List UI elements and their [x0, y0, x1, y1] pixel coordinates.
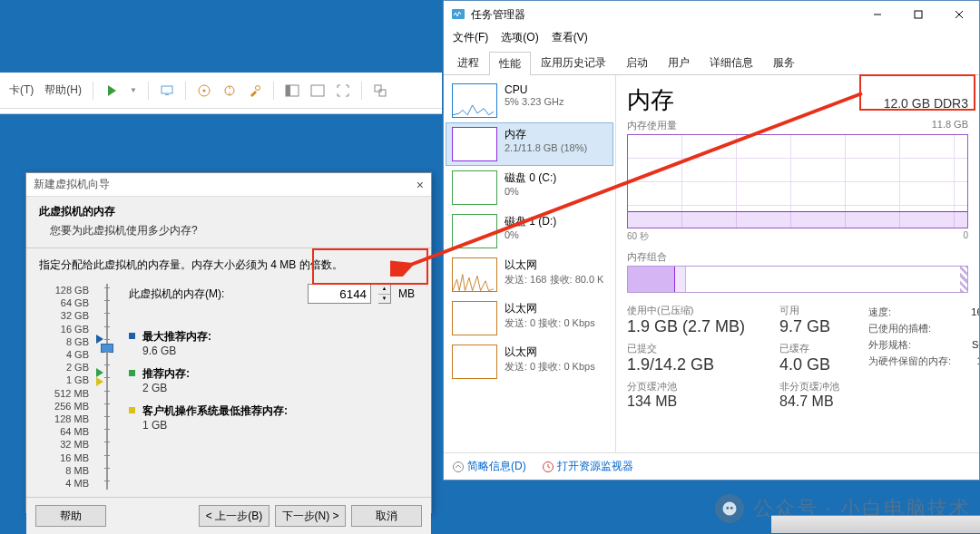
svg-rect-7 [286, 85, 290, 96]
menu-file[interactable]: 文件(F) [453, 30, 488, 45]
monitor-icon [543, 461, 554, 472]
host-toolbar: 卡(T) 帮助(H) ▼ [0, 73, 442, 109]
sidebar-item-title: 以太网 [505, 257, 603, 273]
minimize-button[interactable] [857, 2, 897, 27]
memory-input[interactable] [308, 284, 371, 304]
memory-scale-label: 16 MB [39, 451, 89, 464]
layout-single-icon[interactable] [310, 83, 325, 98]
sidebar-item-net[interactable]: 以太网发送: 0 接收: 0 Kbps [446, 340, 613, 384]
svg-rect-10 [379, 90, 386, 96]
tab-用户[interactable]: 用户 [658, 51, 700, 74]
tm-tabs: 进程性能应用历史记录启动用户详细信息服务 [444, 51, 979, 75]
sidebar-item-cpu[interactable]: CPU5% 3.23 GHz [446, 79, 613, 122]
next-button[interactable]: 下一步(N) > [275, 505, 346, 527]
tab-性能[interactable]: 性能 [489, 52, 531, 75]
annotation-box-total-memory [859, 74, 975, 111]
menu-card[interactable]: 卡(T) [9, 83, 34, 98]
memory-chart [627, 134, 968, 228]
sidebar-item-title: 磁盘 1 (D:) [505, 214, 556, 229]
square-green-icon [129, 370, 135, 376]
maximize-button[interactable] [897, 2, 938, 27]
memory-spinner[interactable]: ▲▼ [378, 284, 391, 304]
memory-slider[interactable] [98, 284, 116, 490]
used-label: 使用中(已压缩) [627, 304, 772, 317]
tab-服务[interactable]: 服务 [763, 51, 805, 74]
fewer-details-link[interactable]: 简略信息(D) [453, 459, 526, 474]
close-icon[interactable]: × [416, 178, 424, 192]
sidebar-item-net[interactable]: 以太网发送: 0 接收: 0 Kbps [446, 296, 613, 340]
thumb-icon [452, 214, 497, 248]
cancel-button[interactable]: 取消 [351, 505, 422, 527]
tab-进程[interactable]: 进程 [447, 51, 489, 74]
close-button[interactable] [938, 2, 979, 27]
wizard-subheading: 您要为此虚拟机使用多少内存? [39, 223, 418, 238]
thumb-icon [452, 345, 497, 379]
sidebar-item-net[interactable]: 以太网发送: 168 接收: 80.0 K [446, 253, 613, 296]
back-button[interactable]: < 上一步(B) [199, 505, 270, 527]
fullscreen-icon[interactable] [336, 83, 350, 98]
menu-help[interactable]: 帮助(H) [44, 83, 82, 98]
play-icon[interactable] [104, 83, 119, 98]
nonpaged-label: 非分页缓冲池 [779, 380, 861, 393]
wizard-heading: 此虚拟机的内存 [39, 204, 418, 219]
perf-title: 内存 [627, 84, 674, 116]
taskmgr-icon [451, 7, 466, 22]
avail-value: 9.7 GB [779, 317, 861, 336]
comp-label: 内存组合 [627, 250, 968, 264]
disk-icon[interactable] [197, 83, 211, 98]
tab-应用历史记录[interactable]: 应用历史记录 [531, 51, 616, 74]
axis-left: 60 秒 [627, 230, 649, 243]
usage-max: 11.8 GB [932, 119, 968, 132]
tm-sidebar: CPU5% 3.23 GHz内存2.1/11.8 GB (18%)磁盘 0 (C… [444, 75, 616, 452]
task-manager: 任务管理器 文件(F) 选项(O) 查看(V) 进程性能应用历史记录启动用户详细… [443, 0, 980, 481]
memory-scale: 128 GB64 GB32 GB16 GB8 GB4 GB2 GB1 GB512… [39, 284, 89, 490]
sidebar-item-disk[interactable]: 磁盘 1 (D:)0% [446, 209, 613, 253]
resource-monitor-link[interactable]: 打开资源监视器 [543, 459, 633, 474]
marker-max-icon [96, 335, 103, 344]
memory-scale-label: 32 GB [39, 309, 89, 322]
commit-label: 已提交 [627, 342, 772, 355]
marker-rec-icon [96, 368, 103, 377]
screen-icon[interactable] [160, 83, 174, 98]
sidebar-item-sub: 0% [505, 229, 556, 240]
svg-rect-1 [165, 94, 169, 95]
memory-scale-label: 64 MB [39, 425, 89, 438]
cached-value: 4.0 GB [779, 355, 861, 374]
help-button[interactable]: 帮助 [35, 505, 106, 527]
taskbar-fragment [771, 515, 980, 533]
memory-field-label: 此虚拟机的内存(M): [129, 286, 300, 302]
chevron-up-icon [453, 461, 464, 472]
memory-scale-label: 64 GB [39, 296, 89, 309]
unity-icon[interactable] [373, 83, 387, 98]
memory-scale-label: 32 MB [39, 438, 89, 451]
sidebar-item-sub: 发送: 0 接收: 0 Kbps [505, 360, 595, 374]
axis-right: 0 [963, 230, 968, 243]
wrench-icon[interactable] [248, 83, 262, 98]
memory-scale-label: 4 MB [39, 477, 89, 490]
annotation-box-memory-input [312, 248, 428, 285]
menu-options[interactable]: 选项(O) [501, 30, 538, 45]
sidebar-item-disk[interactable]: 磁盘 0 (C:)0% [446, 166, 613, 209]
sidebar-item-title: 以太网 [505, 301, 595, 316]
sidebar-item-mem[interactable]: 内存2.1/11.8 GB (18%) [446, 122, 613, 166]
layout-split-icon[interactable] [285, 83, 299, 98]
menu-view[interactable]: 查看(V) [552, 30, 588, 45]
tab-启动[interactable]: 启动 [616, 51, 658, 74]
sidebar-item-sub: 0% [505, 186, 556, 197]
rec-max-label: 最大推荐内存: [142, 330, 211, 343]
tab-详细信息[interactable]: 详细信息 [700, 51, 763, 74]
memory-scale-label: 1 GB [39, 374, 89, 386]
thumb-icon [452, 127, 497, 161]
rec-max-value: 9.6 GB [142, 345, 211, 357]
nonpaged-value: 84.7 MB [779, 393, 861, 410]
paged-label: 分页缓冲池 [627, 380, 772, 393]
sidebar-item-sub: 5% 3.23 GHz [505, 96, 564, 107]
snapshot-icon[interactable] [222, 83, 237, 98]
paged-value: 134 MB [627, 393, 772, 410]
memory-scale-label: 8 GB [39, 335, 89, 348]
tm-title: 任务管理器 [471, 7, 525, 23]
rec-value: 2 GB [142, 382, 190, 394]
sidebar-item-title: CPU [505, 83, 564, 96]
sidebar-item-sub: 发送: 168 接收: 80.0 K [505, 273, 603, 286]
thumb-icon [452, 170, 497, 205]
